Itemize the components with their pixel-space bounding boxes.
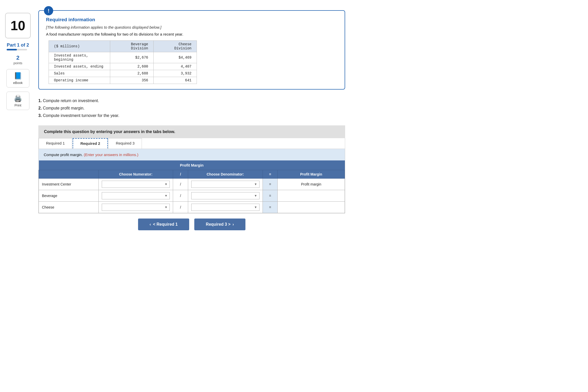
instruction-3: 3. Compute investment turnover for the y… xyxy=(38,112,345,119)
tab-required-2[interactable]: Required 2 xyxy=(73,138,108,149)
data-table: ($ millions) BeverageDivision CheeseDivi… xyxy=(49,40,197,84)
row-val-bev: 2,688 xyxy=(110,70,154,77)
row-val-bev: 356 xyxy=(110,77,154,84)
tabs-row: Required 1 Required 2 Required 3 xyxy=(39,138,345,149)
row-val-che: 4,407 xyxy=(153,63,197,70)
row-label: Sales xyxy=(49,70,110,77)
pm-equals-1: = xyxy=(263,179,277,190)
pm-row-label-3: Cheese xyxy=(39,202,99,213)
pm-subheader-divider: / xyxy=(173,170,188,179)
row-val-che: 3,932 xyxy=(153,70,197,77)
part-of: of 2 xyxy=(21,42,29,48)
ebook-label: eBook xyxy=(13,81,23,85)
tab-required-3[interactable]: Required 3 xyxy=(108,138,142,149)
part-progress-bar xyxy=(7,49,27,50)
pm-result-2 xyxy=(278,190,345,202)
pm-denominator-2[interactable]: ▼ xyxy=(188,190,263,202)
next-button-label: Required 3 > xyxy=(206,222,230,227)
pm-result-1: Profit margin xyxy=(278,179,345,190)
pm-subheader-empty xyxy=(39,170,99,179)
pm-subheader-result: Profit Margin xyxy=(278,170,345,179)
tab-content: Compute profit margin. (Enter your answe… xyxy=(39,149,345,213)
print-label: Print xyxy=(15,103,21,107)
points-label: points xyxy=(14,61,22,65)
tabs-container: Required 1 Required 2 Required 3 Compute… xyxy=(38,138,345,213)
pm-row-beverage: Beverage ▼ / xyxy=(39,190,345,202)
points-box: 2 points xyxy=(14,55,22,65)
question-number: 10 xyxy=(5,13,31,38)
info-icon: ! xyxy=(44,6,53,15)
row-label: Operating income xyxy=(49,77,110,84)
chevron-down-icon: ▼ xyxy=(165,182,168,186)
print-button[interactable]: 🖨️ Print xyxy=(6,92,29,110)
pm-row-label-1: Investment Center xyxy=(39,179,99,190)
info-box-body: A food manufacturer reports the followin… xyxy=(46,32,337,36)
pm-header: Profit Margin xyxy=(39,160,345,170)
table-row: Sales 2,688 3,932 xyxy=(49,70,197,77)
info-box: ! Required information [The following in… xyxy=(38,10,345,90)
pm-denominator-1[interactable]: ▼ xyxy=(188,179,263,190)
chevron-down-icon: ▼ xyxy=(165,194,168,198)
table-header-col3: CheeseDivision xyxy=(153,41,197,52)
pm-divider-1: / xyxy=(173,179,188,190)
instructions-list: 1. Compute return on investment. 2. Comp… xyxy=(38,97,345,119)
info-box-title: Required information xyxy=(46,17,337,23)
chevron-down-icon: ▼ xyxy=(254,182,257,186)
tab-instruction: Compute profit margin. (Enter your answe… xyxy=(39,149,345,160)
part-bold: Part 1 xyxy=(7,42,19,48)
pm-equals-3: = xyxy=(263,202,277,213)
table-row: Invested assets, ending 2,600 4,407 xyxy=(49,63,197,70)
table-row: Operating income 356 641 xyxy=(49,77,197,84)
info-box-italic: [The following information applies to th… xyxy=(46,25,337,29)
tab-required-1[interactable]: Required 1 xyxy=(39,138,72,149)
prev-arrow-icon: ‹ xyxy=(150,222,151,227)
pm-subheader-numerator: Choose Numerator: xyxy=(98,170,173,179)
nav-buttons: ‹ < Required 1 Required 3 > › xyxy=(38,219,345,230)
profit-margin-table-wrapper: Profit Margin Choose Numerator: / Choose… xyxy=(39,160,345,213)
pm-equals-2: = xyxy=(263,190,277,202)
pm-row-cheese: Cheese ▼ / xyxy=(39,202,345,213)
next-button[interactable]: Required 3 > › xyxy=(194,219,245,230)
pm-divider-2: / xyxy=(173,190,188,202)
tab-instruction-highlight: (Enter your answers in millions.) xyxy=(84,153,138,157)
pm-numerator-2[interactable]: ▼ xyxy=(98,190,173,202)
part-progress-fill xyxy=(7,49,17,50)
chevron-down-icon: ▼ xyxy=(254,194,257,198)
row-label: Invested assets, ending xyxy=(49,63,110,70)
row-val-bev: 2,600 xyxy=(110,63,154,70)
main-content: ! Required information [The following in… xyxy=(36,8,355,384)
pm-row-investment-center: Investment Center ▼ / xyxy=(39,179,345,190)
complete-banner: Complete this question by entering your … xyxy=(38,125,345,138)
table-header-col2: BeverageDivision xyxy=(110,41,154,52)
part-label: Part 1 of 2 xyxy=(7,42,29,48)
next-arrow-icon: › xyxy=(233,222,234,227)
pm-subheader-denominator: Choose Denominator: xyxy=(188,170,263,179)
row-val-che: $4,469 xyxy=(153,52,197,63)
tab-instruction-text: Compute profit margin. xyxy=(44,153,83,157)
pm-subheader-equals: = xyxy=(263,170,277,179)
prev-button[interactable]: ‹ < Required 1 xyxy=(138,219,189,230)
ebook-icon: 📘 xyxy=(14,72,22,80)
row-label: Invested assets, beginning xyxy=(49,52,110,63)
row-val-che: 641 xyxy=(153,77,197,84)
points-number: 2 xyxy=(14,55,22,61)
ebook-button[interactable]: 📘 eBook xyxy=(6,69,29,88)
pm-result-3 xyxy=(278,202,345,213)
sidebar: 10 Part 1 of 2 2 points 📘 eBook 🖨️ Print xyxy=(0,8,36,384)
table-header-col1: ($ millions) xyxy=(49,41,110,52)
instruction-1: 1. Compute return on investment. xyxy=(38,97,345,105)
pm-row-label-2: Beverage xyxy=(39,190,99,202)
profit-margin-table: Profit Margin Choose Numerator: / Choose… xyxy=(39,160,345,213)
pm-denominator-3[interactable]: ▼ xyxy=(188,202,263,213)
chevron-down-icon: ▼ xyxy=(165,205,168,209)
row-val-bev: $2,676 xyxy=(110,52,154,63)
chevron-down-icon: ▼ xyxy=(254,205,257,209)
print-icon: 🖨️ xyxy=(14,94,22,102)
prev-button-label: < Required 1 xyxy=(153,222,177,227)
table-row: Invested assets, beginning $2,676 $4,469 xyxy=(49,52,197,63)
instruction-2: 2. Compute profit margin. xyxy=(38,105,345,112)
part-indicator: Part 1 of 2 xyxy=(7,42,29,50)
pm-numerator-3[interactable]: ▼ xyxy=(98,202,173,213)
pm-numerator-1[interactable]: ▼ xyxy=(98,179,173,190)
pm-divider-3: / xyxy=(173,202,188,213)
